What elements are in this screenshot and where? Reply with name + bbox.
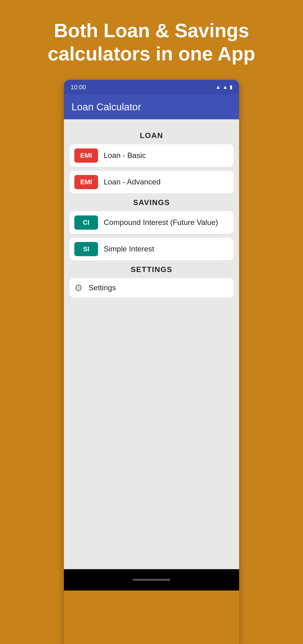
settings-item[interactable]: ⚙ Settings	[70, 278, 234, 298]
loan-basic-item[interactable]: EMI Loan - Basic	[70, 144, 234, 167]
emi-basic-badge: EMI	[74, 148, 98, 163]
app-bar: Loan Calculator	[64, 95, 239, 119]
status-bar: 10:00 ▲ ▲ ▮	[64, 80, 239, 95]
settings-section-header: SETTINGS	[70, 265, 234, 274]
ci-badge: CI	[74, 216, 98, 230]
compound-interest-label: Compound Interest (Future Value)	[104, 218, 218, 227]
app-content: LOAN EMI Loan - Basic EMI Loan - Advance…	[64, 119, 239, 569]
status-time: 10:00	[70, 84, 86, 91]
settings-label: Settings	[88, 284, 116, 292]
compound-interest-item[interactable]: CI Compound Interest (Future Value)	[70, 211, 234, 234]
bottom-bar	[64, 569, 239, 590]
home-indicator	[132, 579, 170, 581]
si-badge: SI	[74, 242, 98, 256]
loan-basic-label: Loan - Basic	[104, 151, 146, 160]
status-icons: ▲ ▲ ▮	[216, 84, 232, 90]
gear-icon: ⚙	[74, 282, 83, 293]
phone-frame: 10:00 ▲ ▲ ▮ Loan Calculator LOAN EMI Loa…	[64, 80, 239, 644]
hero-title: Both Loan & Savings calculators in one A…	[0, 0, 303, 80]
simple-interest-item[interactable]: SI Simple Interest	[70, 238, 234, 260]
savings-section-header: SAVINGS	[70, 198, 234, 207]
signal-icon: ▲	[222, 84, 228, 90]
loan-advanced-label: Loan - Advanced	[104, 178, 160, 186]
simple-interest-label: Simple Interest	[104, 244, 154, 253]
loan-section-header: LOAN	[70, 131, 234, 140]
battery-icon: ▮	[230, 84, 232, 90]
loan-advanced-item[interactable]: EMI Loan - Advanced	[70, 171, 234, 194]
wifi-icon: ▲	[216, 84, 220, 90]
emi-advanced-badge: EMI	[74, 175, 98, 189]
app-bar-title: Loan Calculator	[72, 101, 141, 112]
